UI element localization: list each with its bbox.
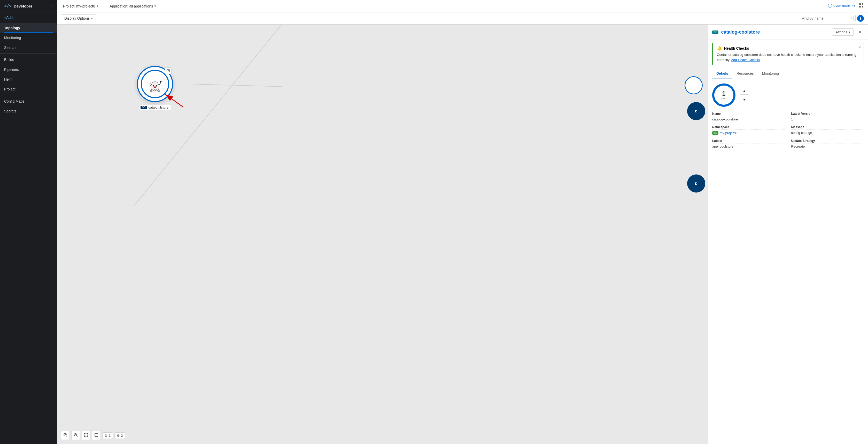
view-shortcuts-link[interactable]: ⓘ View shortcuts bbox=[828, 3, 855, 9]
fit-to-screen-button[interactable] bbox=[82, 431, 90, 440]
external-link-icon[interactable] bbox=[165, 67, 172, 74]
partial-node-badge-2: D bbox=[695, 182, 697, 185]
pod-increment-button[interactable]: ▲ bbox=[740, 87, 749, 95]
topology-node-partial-1[interactable] bbox=[685, 76, 703, 94]
add-health-checks-link[interactable]: Add Health Checks bbox=[731, 58, 760, 62]
namespace-link[interactable]: my-project8 bbox=[720, 131, 737, 135]
sidebar-item-label: Project bbox=[4, 87, 16, 91]
sidebar-item-pipelines[interactable]: Pipelines bbox=[0, 65, 57, 75]
partial-node-ring-1 bbox=[685, 76, 703, 94]
search-input[interactable] bbox=[799, 15, 856, 22]
side-panel-dc-badge: DC bbox=[712, 30, 718, 34]
chevron-down-icon: ▼ bbox=[743, 98, 746, 101]
side-panel-header: DC catalog-coolstore Actions ▾ × bbox=[708, 25, 868, 40]
svg-point-8 bbox=[153, 85, 154, 86]
pod-counter-section: 1 pod ▲ ▼ bbox=[712, 84, 864, 107]
pod-label: pod bbox=[721, 97, 726, 100]
topbar-right: ⓘ View shortcuts bbox=[828, 3, 864, 9]
sidebar-item-label: Config Maps bbox=[4, 99, 25, 103]
latest-version-value: 1 bbox=[791, 117, 864, 121]
bottom-controls: ⚙ 1 ⚙ 2 bbox=[61, 431, 125, 440]
detail-labels: Labels app=coolstore bbox=[712, 139, 785, 148]
application-label: Application: all applications bbox=[110, 4, 153, 8]
shortcuts-label: View shortcuts bbox=[833, 4, 855, 8]
pod-controls: ▲ ▼ bbox=[740, 87, 749, 103]
filter-2-icon: ⚙ bbox=[117, 434, 120, 438]
bell-icon: 🔔 bbox=[717, 46, 722, 51]
health-check-alert: 🔔 Health Checks Container catalog-coolst… bbox=[712, 43, 864, 65]
filter-group-1[interactable]: ⚙ 1 bbox=[102, 433, 113, 439]
detail-update-strategy: Update Strategy Recreate bbox=[791, 139, 864, 148]
actions-label: Actions bbox=[835, 30, 847, 34]
svg-rect-1 bbox=[862, 3, 863, 5]
tab-resources[interactable]: Resources bbox=[733, 68, 758, 79]
details-grid: Name catalog-coolstore Latest Version 1 … bbox=[712, 112, 864, 148]
zoom-in-icon bbox=[63, 433, 67, 438]
sidebar: </> Developer ▾ +Add Topology Monitoring… bbox=[0, 0, 57, 444]
node-label: DC catalo...lstore bbox=[139, 105, 171, 110]
main-content: Project: my-project8 ▾ | Application: al… bbox=[57, 0, 868, 444]
search-shortcut-label: / bbox=[849, 16, 854, 21]
actions-caret-icon: ▾ bbox=[848, 30, 850, 34]
filter-1-label: 1 bbox=[109, 434, 111, 438]
node-app-icon bbox=[146, 75, 164, 93]
sidebar-item-label: Secrets bbox=[4, 109, 16, 113]
topology-node-partial-2[interactable]: D bbox=[687, 102, 705, 120]
display-options-button[interactable]: Display Options ▾ bbox=[61, 14, 96, 22]
topology-main-node[interactable]: DC catalo...lstore bbox=[137, 66, 173, 110]
filter-group-2[interactable]: ⚙ 2 bbox=[115, 433, 125, 439]
detail-latest-version: Latest Version 1 bbox=[791, 112, 864, 121]
sidebar-item-config-maps[interactable]: Config Maps bbox=[0, 96, 57, 106]
pod-decrement-button[interactable]: ▼ bbox=[740, 96, 749, 103]
close-alert-button[interactable]: × bbox=[859, 45, 861, 50]
node-inner-ring bbox=[141, 70, 169, 98]
svg-rect-3 bbox=[862, 6, 863, 7]
project-selector[interactable]: Project: my-project8 ▾ bbox=[61, 3, 100, 9]
sidebar-item-builds[interactable]: Builds bbox=[0, 55, 57, 65]
sidebar-item-helm[interactable]: Helm bbox=[0, 75, 57, 84]
details-content: 1 pod ▲ ▼ Name bbox=[708, 79, 868, 152]
sidebar-item-label: Monitoring bbox=[4, 36, 21, 40]
brand-caret-icon[interactable]: ▾ bbox=[52, 5, 53, 7]
message-value: config change bbox=[791, 131, 864, 135]
tab-monitoring[interactable]: Monitoring bbox=[758, 68, 783, 79]
info-icon-button[interactable]: i bbox=[857, 15, 864, 22]
filter-1-icon: ⚙ bbox=[104, 434, 108, 438]
partial-node-ring-3: D bbox=[687, 174, 705, 193]
project-label: Project: my-project8 bbox=[63, 4, 95, 8]
application-selector[interactable]: Application: all applications ▾ bbox=[107, 3, 158, 9]
svg-line-14 bbox=[66, 436, 67, 437]
pod-ring: 1 pod bbox=[712, 84, 736, 107]
add-button[interactable]: +Add bbox=[0, 12, 57, 23]
health-check-title: Health Checks bbox=[724, 46, 749, 50]
namespace-value: NS my-project8 bbox=[712, 131, 785, 135]
zoom-in-button[interactable] bbox=[61, 431, 70, 440]
help-circle-icon: ⓘ bbox=[828, 3, 832, 9]
zoom-out-button[interactable] bbox=[71, 431, 80, 440]
detail-name: Name catalog-coolstore bbox=[712, 112, 785, 121]
sidebar-item-topology[interactable]: Topology bbox=[0, 23, 57, 33]
code-icon: </> bbox=[4, 4, 11, 8]
svg-rect-2 bbox=[859, 6, 861, 7]
sidebar-item-secrets[interactable]: Secrets bbox=[0, 106, 57, 116]
info-icon: i bbox=[860, 17, 861, 21]
sidebar-item-search[interactable]: Search bbox=[0, 42, 57, 53]
latest-version-label: Latest Version bbox=[791, 112, 864, 116]
expand-button[interactable] bbox=[92, 431, 101, 440]
chevron-up-icon: ▲ bbox=[743, 89, 746, 93]
actions-button[interactable]: Actions ▾ bbox=[832, 28, 854, 36]
svg-rect-0 bbox=[859, 3, 861, 5]
health-check-message: Container catalog-coolstore does not hav… bbox=[717, 52, 860, 62]
tab-details[interactable]: Details bbox=[712, 68, 733, 79]
topology-canvas[interactable]: DC catalo...lstore D D bbox=[57, 25, 868, 444]
close-panel-button[interactable]: × bbox=[856, 28, 864, 36]
topology-node-partial-3[interactable]: D bbox=[687, 174, 705, 193]
sidebar-brand: Developer bbox=[14, 4, 33, 8]
sidebar-item-project[interactable]: Project bbox=[0, 84, 57, 94]
sidebar-item-monitoring[interactable]: Monitoring bbox=[0, 33, 57, 42]
display-options-label: Display Options bbox=[64, 16, 90, 21]
application-caret-icon: ▾ bbox=[154, 4, 156, 8]
sidebar-item-label: Topology bbox=[4, 26, 20, 30]
grid-view-icon[interactable] bbox=[859, 3, 864, 9]
node-outer-ring bbox=[137, 66, 173, 102]
